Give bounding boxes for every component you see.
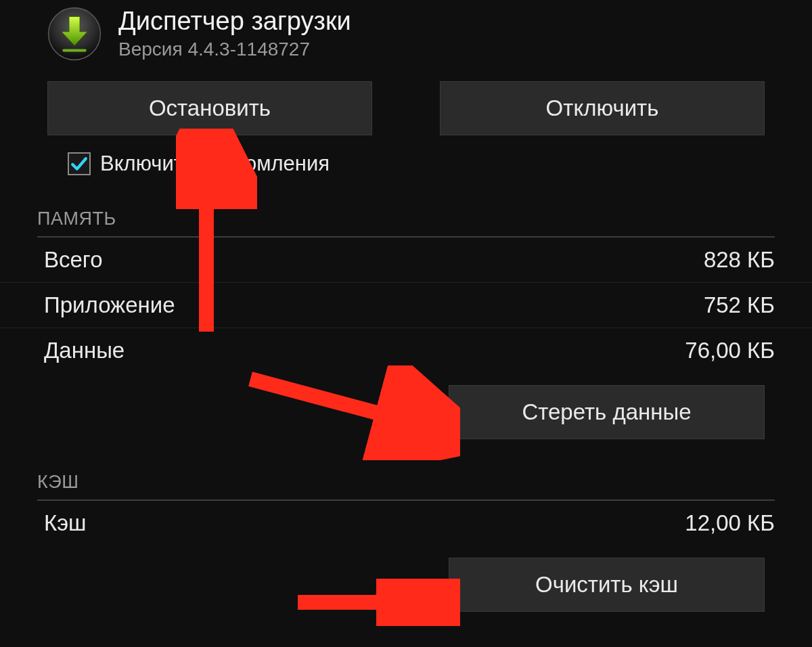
row-total: Всего 828 КБ — [0, 238, 812, 282]
checkbox-icon[interactable] — [68, 152, 91, 175]
enable-notifications-label: Включить уведомления — [100, 152, 330, 176]
section-title-memory: ПАМЯТЬ — [0, 176, 812, 236]
total-value: 828 КБ — [704, 247, 775, 273]
section-title-cache: КЭШ — [0, 439, 812, 499]
download-manager-icon — [47, 7, 102, 61]
stop-button[interactable]: Остановить — [47, 81, 372, 135]
disable-button[interactable]: Отключить — [440, 81, 765, 135]
total-label: Всего — [44, 247, 103, 273]
row-app: Приложение 752 КБ — [0, 282, 812, 328]
data-size-label: Данные — [44, 338, 125, 363]
svg-rect-1 — [62, 49, 86, 51]
clear-data-button[interactable]: Стереть данные — [449, 385, 765, 439]
row-data: Данные 76,00 КБ — [0, 328, 812, 373]
app-version: Версия 4.4.3-1148727 — [118, 39, 351, 60]
cache-label: Кэш — [44, 510, 87, 536]
cache-value: 12,00 КБ — [685, 510, 775, 536]
app-size-label: Приложение — [44, 292, 175, 318]
enable-notifications-row[interactable]: Включить уведомления — [0, 135, 812, 176]
app-title: Диспетчер загрузки — [118, 7, 351, 36]
clear-cache-button[interactable]: Очистить кэш — [449, 558, 765, 612]
app-size-value: 752 КБ — [704, 292, 775, 318]
data-size-value: 76,00 КБ — [685, 338, 775, 363]
app-header: Диспетчер загрузки Версия 4.4.3-1148727 — [0, 0, 812, 61]
row-cache: Кэш 12,00 КБ — [0, 501, 812, 545]
